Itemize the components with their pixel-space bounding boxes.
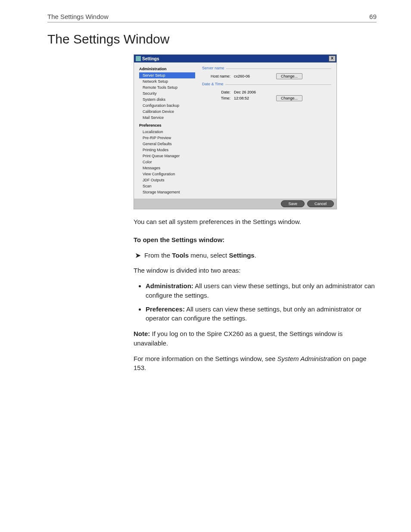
bullet-list: Administration: All users can view these… bbox=[134, 281, 377, 323]
cancel-button[interactable]: Cancel bbox=[307, 200, 334, 207]
dialog-footer: Save Cancel bbox=[134, 199, 336, 209]
sidebar-item-remote-tools-setup[interactable]: Remote Tools Setup bbox=[139, 84, 195, 90]
sidebar-item-general-defaults[interactable]: General Defaults bbox=[139, 141, 195, 147]
change-hostname-button[interactable]: Change... bbox=[276, 73, 302, 79]
sidebar-item-calibration-device[interactable]: Calibration Device bbox=[139, 109, 195, 115]
date-value: Dec 26 2006 bbox=[234, 90, 268, 94]
sidebar-group-preferences: Preferences bbox=[139, 123, 195, 128]
sidebar-item-network-setup[interactable]: Network Setup bbox=[139, 78, 195, 84]
bullet-administration: Administration: All users can view these… bbox=[146, 281, 377, 300]
app-icon bbox=[136, 56, 141, 61]
sidebar-item-color[interactable]: Color bbox=[139, 159, 195, 165]
settings-window: Settings X Administration Server Setup N… bbox=[134, 54, 337, 209]
reference-paragraph: For more information on the Settings win… bbox=[134, 354, 377, 373]
titlebar: Settings X bbox=[134, 55, 336, 62]
host-name-label: Host name: bbox=[200, 74, 234, 78]
date-time-legend: Date & Time bbox=[200, 82, 225, 86]
bullet-preferences: Preferences: All users can view these se… bbox=[146, 305, 377, 324]
sidebar-item-scan[interactable]: Scan bbox=[139, 183, 195, 189]
sidebar-item-pre-rip-preview[interactable]: Pre-RIP Preview bbox=[139, 135, 195, 141]
sidebar-item-messages[interactable]: Messages bbox=[139, 165, 195, 171]
server-name-legend: Server name bbox=[200, 66, 226, 70]
running-left: The Settings Window bbox=[47, 13, 109, 20]
note-paragraph: Note: If you log on to the Spire CX260 a… bbox=[134, 329, 377, 348]
sidebar-item-view-configuration[interactable]: View Configuration bbox=[139, 171, 195, 177]
sidebar-item-jdf-outputs[interactable]: JDF Outputs bbox=[139, 177, 195, 183]
sidebar-item-configuration-backup[interactable]: Configuration backup bbox=[139, 103, 195, 109]
server-name-section: Server name Host name: cx260-06 Change..… bbox=[200, 68, 331, 78]
sidebar-item-printing-modes[interactable]: Printing Modes bbox=[139, 147, 195, 153]
date-time-section: Date & Time Date: Dec 26 2006 Time: 12:0… bbox=[200, 84, 331, 100]
body-text: You can set all system preferences in th… bbox=[134, 217, 377, 373]
sidebar-item-localization[interactable]: Localization bbox=[139, 129, 195, 135]
settings-panel: Server name Host name: cx260-06 Change..… bbox=[195, 67, 331, 195]
close-icon[interactable]: X bbox=[329, 56, 336, 62]
step-line: ➤ From the Tools menu, select Settings. bbox=[134, 251, 377, 260]
sidebar-item-print-queue-manager[interactable]: Print Queue Manager bbox=[139, 153, 195, 159]
date-label: Date: bbox=[200, 90, 234, 94]
running-header: The Settings Window 69 bbox=[47, 13, 377, 22]
sidebar-item-server-setup[interactable]: Server Setup bbox=[139, 72, 195, 78]
sidebar-item-storage-management[interactable]: Storage Management bbox=[139, 189, 195, 195]
window-title: Settings bbox=[142, 56, 159, 61]
sidebar: Administration Server Setup Network Setu… bbox=[139, 67, 195, 195]
intro-paragraph: You can set all system preferences in th… bbox=[134, 217, 377, 227]
change-datetime-button[interactable]: Change... bbox=[276, 95, 302, 101]
sidebar-group-administration: Administration bbox=[139, 67, 195, 71]
time-value: 12:08:52 bbox=[234, 96, 268, 100]
page-number: 69 bbox=[369, 13, 377, 20]
divided-paragraph: The window is divided into two areas: bbox=[134, 266, 377, 275]
open-header: To open the Settings window: bbox=[134, 235, 377, 245]
sidebar-item-mail-service[interactable]: Mail Service bbox=[139, 115, 195, 121]
step-arrow-icon: ➤ bbox=[135, 251, 141, 260]
time-label: Time: bbox=[200, 96, 234, 100]
host-name-value: cx260-06 bbox=[234, 74, 268, 78]
step-text: From the Tools menu, select Settings. bbox=[144, 251, 256, 260]
sidebar-item-security[interactable]: Security bbox=[139, 90, 195, 96]
sidebar-item-system-disks[interactable]: System disks bbox=[139, 96, 195, 103]
save-button[interactable]: Save bbox=[281, 200, 305, 207]
page-title: The Settings Window bbox=[47, 32, 377, 47]
